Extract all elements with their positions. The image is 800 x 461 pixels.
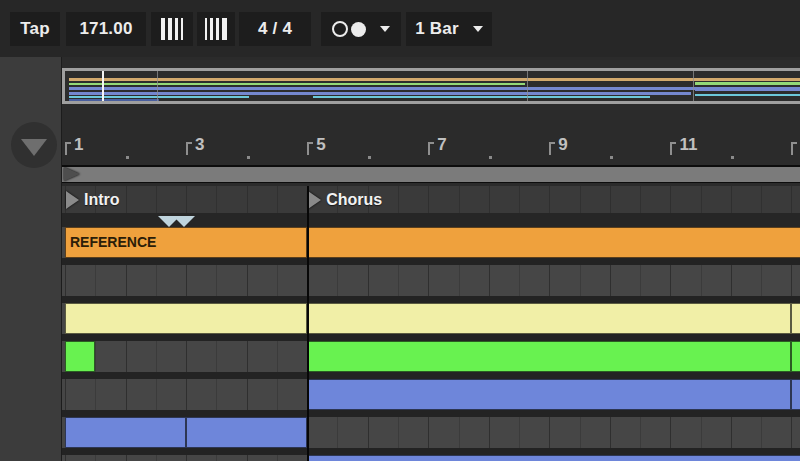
track-1-clip[interactable]: REFERENCE — [65, 227, 307, 258]
overview-clip-segment — [69, 92, 691, 95]
overview-clip-segment — [695, 82, 800, 85]
time-signature-field[interactable]: 4 / 4 — [239, 12, 311, 46]
track-3-clip[interactable] — [307, 303, 791, 334]
track-3-clip[interactable] — [65, 303, 307, 334]
nudge-down-button[interactable] — [151, 12, 193, 46]
track-5-clip[interactable] — [791, 379, 800, 410]
overview-clip-segment — [695, 94, 800, 96]
tempo-value: 171.00 — [79, 19, 132, 39]
locator-lane[interactable]: IntroChorus — [62, 186, 800, 213]
overview-collapse-button[interactable] — [11, 122, 57, 168]
track-3-clip[interactable] — [791, 303, 800, 334]
overview-section-divider — [527, 71, 528, 101]
transport-toolbar: Tap 171.00 4 / 4 1 Bar — [0, 0, 800, 57]
overview-clip-segment — [313, 96, 650, 98]
track-3-lane[interactable] — [62, 303, 800, 334]
ruler-bar-number: 3 — [195, 135, 204, 155]
ruler-beat-dot — [610, 156, 613, 159]
track-4-clip[interactable] — [791, 341, 800, 372]
ruler-tick-bar-9 — [549, 142, 555, 155]
quantization-menu[interactable]: 1 Bar — [406, 12, 492, 46]
track-4-lane[interactable] — [62, 341, 800, 372]
track-7-lane[interactable] — [62, 455, 800, 461]
clip-label: REFERENCE — [70, 234, 156, 250]
metronome-dropdown-icon[interactable] — [380, 26, 390, 32]
track-4-clip[interactable] — [65, 341, 95, 372]
ruler-beat-dot — [126, 156, 129, 159]
ruler-beat-dot — [247, 156, 250, 159]
quantization-dropdown-icon — [473, 26, 483, 32]
track-6-lane[interactable] — [62, 417, 800, 448]
track-2-lane[interactable] — [62, 265, 800, 296]
locator-intro[interactable]: Intro — [66, 189, 120, 211]
track-1-clip[interactable] — [307, 227, 800, 258]
locator-flag-icon — [308, 191, 321, 209]
overview-clip-segment — [69, 87, 800, 90]
ruler-bar-number: 1 — [74, 135, 83, 155]
locator-flag-icon — [66, 191, 79, 209]
locator-label: Intro — [84, 191, 120, 209]
ruler-tick-bar-1 — [65, 142, 71, 155]
tempo-field[interactable]: 171.00 — [66, 12, 146, 46]
metronome-on-circle-icon — [351, 22, 366, 37]
tap-tempo-label: Tap — [20, 19, 50, 39]
ruler-bar-number: 11 — [679, 135, 697, 155]
quantization-value: 1 Bar — [415, 19, 459, 39]
ruler-beat-dot — [489, 156, 492, 159]
chevron-down-icon — [21, 139, 47, 156]
arrangement-overview[interactable] — [62, 68, 800, 104]
overview-section-divider — [157, 71, 158, 101]
ruler-tick-bar-5 — [307, 142, 313, 155]
insert-marker-line — [307, 186, 309, 461]
track-6-clip[interactable] — [186, 417, 307, 448]
ruler-beat-dot — [368, 156, 371, 159]
arrangement-overview-minimap[interactable] — [65, 71, 800, 101]
overview-section-divider — [693, 71, 694, 101]
overview-clip-segment — [69, 99, 159, 101]
overview-clip-segment — [69, 78, 800, 81]
ruler-tick-bar-11 — [670, 142, 676, 155]
track-7-clip[interactable] — [307, 455, 800, 461]
metronome-button[interactable] — [321, 12, 401, 46]
nudge-up-icon — [205, 18, 227, 40]
beat-time-ruler[interactable]: 1357911 — [62, 132, 800, 166]
tap-tempo-button[interactable]: Tap — [10, 12, 60, 46]
ruler-bar-number: 5 — [316, 135, 325, 155]
track-6-clip[interactable] — [65, 417, 186, 448]
track-5-clip[interactable] — [307, 379, 791, 410]
locator-chorus[interactable]: Chorus — [308, 189, 382, 211]
metronome-off-circle-icon — [332, 21, 348, 37]
scrub-area[interactable] — [62, 166, 800, 183]
nudge-down-icon — [161, 18, 183, 40]
ruler-tick-bar-7 — [428, 142, 434, 155]
overview-clip-segment — [695, 88, 800, 91]
overview-playhead — [102, 71, 104, 101]
fade-handle-right-icon[interactable] — [173, 216, 195, 227]
overview-clip-segment — [69, 96, 249, 98]
ruler-bar-number: 7 — [437, 135, 446, 155]
track-1-lane[interactable]: REFERENCE — [62, 227, 800, 258]
ruler-beat-dot — [731, 156, 734, 159]
ruler-bar-number: 9 — [558, 135, 567, 155]
track-5-lane[interactable] — [62, 379, 800, 410]
locator-label: Chorus — [326, 191, 382, 209]
time-signature-value: 4 / 4 — [258, 19, 292, 39]
ruler-tick-bar-13 — [791, 142, 797, 155]
left-column — [0, 57, 62, 461]
ableton-arrangement-view: Tap 171.00 4 / 4 1 Bar — [0, 0, 800, 461]
track-4-clip[interactable] — [307, 341, 791, 372]
nudge-up-button[interactable] — [197, 12, 235, 46]
overview-clip-segment — [69, 83, 525, 85]
ruler-tick-bar-3 — [186, 142, 192, 155]
song-start-marker-icon[interactable] — [64, 167, 80, 181]
